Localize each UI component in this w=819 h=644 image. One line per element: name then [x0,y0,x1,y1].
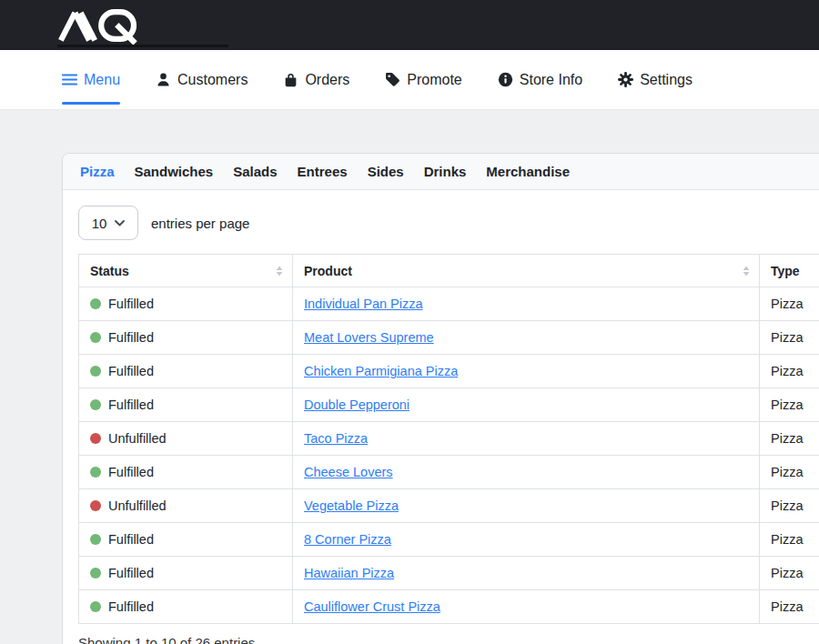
product-link[interactable]: Cheese Lovers [304,465,393,479]
type-cell: Pizza [760,456,819,489]
column-header-label: Product [304,264,352,278]
products-table: Status Product [78,254,819,624]
product-link[interactable]: Hawaiian Pizza [304,566,394,580]
table-row: Fulfilled Individual Pan Pizza Pizza [79,287,819,321]
table-summary: Showing 1 to 10 of 26 entries [78,635,819,644]
type-cell: Pizza [760,489,819,523]
hamburger-icon [62,73,77,86]
type-cell: Pizza [760,388,819,422]
tag-icon [385,72,400,87]
product-cell: Hawaiian Pizza [293,557,760,590]
menu-card: Pizza Sandwiches Salads Entrees Sides Dr… [62,153,819,644]
product-cell: Cauliflower Crust Pizza [293,590,760,624]
table-row: Fulfilled Meat Lovers Supreme Pizza [79,321,819,355]
status-dot-icon [90,399,101,410]
status-label: Fulfilled [108,397,154,412]
table-row: Fulfilled Chicken Parmigiana Pizza Pizza [79,355,819,388]
chevron-down-icon [115,220,125,226]
category-tab[interactable]: Entrees [298,164,348,179]
page-size-label: entries per page [151,216,249,231]
status-label: Fulfilled [108,532,154,547]
nav-item-label: Store Info [520,72,582,88]
brand-logo-icon[interactable] [57,6,144,45]
product-cell: Cheese Lovers [293,456,760,489]
table-row: Fulfilled Cheese Lovers Pizza [79,456,819,489]
table-row: Fulfilled Hawaiian Pizza Pizza [79,557,819,590]
status-label: Fulfilled [108,465,154,479]
sort-icon[interactable] [743,266,750,276]
person-icon [156,72,171,87]
nav-item[interactable]: Promote [385,50,461,109]
status-dot-icon [90,433,101,444]
top-bar [0,0,819,50]
nav-item[interactable]: Orders [283,50,349,109]
sort-icon[interactable] [276,266,283,276]
nav-item[interactable]: Store Info [498,50,582,109]
card-body: 10 entries per page Status [63,190,819,644]
status-cell: Fulfilled [79,557,293,590]
table-row: Unfulfilled Taco Pizza Pizza [79,422,819,456]
nav-item-label: Menu [84,72,120,88]
product-link[interactable]: Vegetable Pizza [304,498,399,513]
category-tab[interactable]: Salads [233,164,277,179]
product-cell: 8 Corner Pizza [293,523,760,557]
product-link[interactable]: Double Pepperoni [304,397,410,412]
page-size-value: 10 [92,216,107,231]
status-label: Unfulfilled [108,498,167,513]
status-cell: Fulfilled [79,321,293,355]
status-label: Fulfilled [108,297,154,311]
category-tab[interactable]: Merchandise [486,164,570,179]
nav-item[interactable]: Settings [618,50,693,109]
content-area: Pizza Sandwiches Salads Entrees Sides Dr… [0,153,819,644]
gear-icon [618,72,633,87]
status-cell: Unfulfilled [79,489,293,523]
column-header[interactable]: Product [293,255,760,287]
status-cell: Unfulfilled [79,422,293,456]
product-link[interactable]: 8 Corner Pizza [304,532,391,547]
category-tab-bar: Pizza Sandwiches Salads Entrees Sides Dr… [63,154,819,190]
status-cell: Fulfilled [79,388,293,422]
table-row: Unfulfilled Vegetable Pizza Pizza [79,489,819,523]
category-tab[interactable]: Drinks [424,164,467,179]
bag-icon [283,72,298,87]
page-size-row: 10 entries per page [78,206,819,240]
column-header[interactable]: Type [760,255,819,287]
column-header-label: Status [90,264,129,278]
logo-underline [57,45,228,47]
status-dot-icon [90,500,101,511]
status-dot-icon [90,601,101,612]
status-dot-icon [90,568,101,579]
nav-item[interactable]: Menu [62,50,120,109]
product-cell: Taco Pizza [293,422,760,456]
product-link[interactable]: Taco Pizza [304,431,368,446]
table-row: Fulfilled Double Pepperoni Pizza [79,388,819,422]
type-cell: Pizza [760,355,819,388]
table-header-row: Status Product [79,255,819,287]
category-tab[interactable]: Pizza [80,164,115,179]
status-cell: Fulfilled [79,287,293,321]
status-cell: Fulfilled [79,456,293,489]
type-cell: Pizza [760,422,819,456]
column-header[interactable]: Status [79,255,293,287]
page-size-select[interactable]: 10 [78,206,138,240]
nav-item[interactable]: Customers [156,50,248,109]
table-body: Fulfilled Individual Pan Pizza Pizza [79,287,819,624]
product-link[interactable]: Chicken Parmigiana Pizza [304,364,458,378]
category-tab[interactable]: Sides [368,164,404,179]
category-tab[interactable]: Sandwiches [135,164,214,179]
status-label: Fulfilled [108,330,154,345]
table-row: Fulfilled 8 Corner Pizza Pizza [79,523,819,557]
nav-item-label: Settings [640,72,693,88]
nav-item-label: Orders [305,72,349,88]
table-row: Fulfilled Cauliflower Crust Pizza Pizza [79,590,819,624]
status-label: Unfulfilled [108,431,167,446]
status-dot-icon [90,366,101,377]
product-link[interactable]: Meat Lovers Supreme [304,330,434,345]
product-cell: Vegetable Pizza [293,489,760,523]
column-header-label: Type [771,264,800,278]
product-link[interactable]: Cauliflower Crust Pizza [304,599,440,614]
nav-item-label: Customers [177,72,248,88]
status-label: Fulfilled [108,364,154,378]
product-link[interactable]: Individual Pan Pizza [304,297,423,311]
product-cell: Meat Lovers Supreme [293,321,760,355]
